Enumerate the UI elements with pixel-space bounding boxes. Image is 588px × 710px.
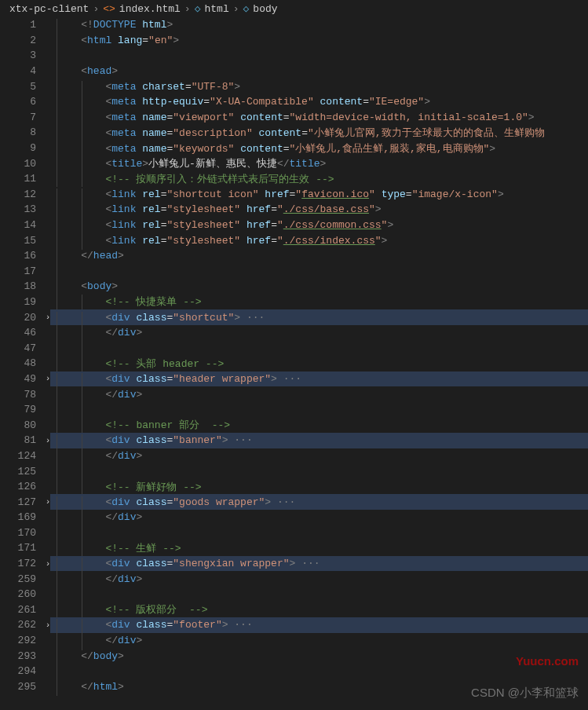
code-content[interactable]: <!-- 版权部分 -->	[53, 602, 588, 617]
code-content[interactable]: <!-- 按顺序引入：外链式样式表后写的生效 -->	[53, 172, 588, 186]
code-content[interactable]: <link rel="shortcut icon" href="favicon.…	[53, 188, 588, 200]
code-line[interactable]: 10 <title>小鲜兔儿-新鲜、惠民、快捷</title>	[0, 156, 588, 171]
code-line[interactable]: 81› <div class="banner"> ···	[0, 433, 588, 448]
code-content[interactable]: </div>	[53, 327, 588, 339]
code-content[interactable]: </div>	[53, 511, 588, 523]
code-content[interactable]: <div class="footer"> ···	[53, 619, 588, 631]
code-line[interactable]: 5 <meta charset="UTF-8">	[0, 79, 588, 94]
code-line[interactable]: 48 <!-- 头部 header -->	[0, 356, 588, 371]
code-line[interactable]: 124 </div>	[0, 448, 588, 464]
code-content[interactable]: <meta http-equiv="X-UA-Compatible" conte…	[53, 96, 588, 108]
code-line[interactable]: 261 <!-- 版权部分 -->	[0, 602, 588, 618]
code-content[interactable]: <!-- banner 部分 -->	[53, 418, 588, 432]
code-line[interactable]: 46 </div>	[0, 325, 588, 341]
code-line[interactable]: 78 </div>	[0, 386, 588, 402]
line-number: 12	[0, 188, 42, 200]
code-content[interactable]: <!-- 快捷菜单 -->	[53, 295, 588, 309]
code-content[interactable]: <link rel="stylesheet" href="./css/base.…	[53, 203, 588, 215]
code-content[interactable]: <meta name="keywords" content="小鲜兔儿,食品生鲜…	[53, 141, 588, 156]
code-line[interactable]: 262› <div class="footer"> ···	[0, 617, 588, 633]
code-content[interactable]: <meta charset="UTF-8">	[53, 81, 588, 93]
code-line[interactable]: 294	[0, 664, 588, 679]
code-line[interactable]: 127› <div class="goods wrapper"> ···	[0, 494, 588, 510]
code-content[interactable]: </div>	[53, 573, 588, 585]
code-line[interactable]: 171 <!-- 生鲜 -->	[0, 540, 588, 556]
code-content[interactable]: <link rel="stylesheet" href="./css/index…	[53, 235, 588, 247]
code-line[interactable]: 170	[0, 525, 588, 541]
code-content[interactable]	[53, 588, 588, 600]
chevron-right-icon: ›	[184, 3, 191, 15]
code-content[interactable]	[53, 49, 588, 61]
code-content[interactable]: <div class="goods wrapper"> ···	[53, 496, 588, 508]
code-content[interactable]: </div>	[53, 450, 588, 462]
code-content[interactable]: <!-- 生鲜 -->	[53, 541, 588, 555]
code-content[interactable]: <div class="banner"> ···	[53, 434, 588, 446]
line-number: 8	[0, 126, 42, 138]
line-number: 169	[0, 511, 42, 523]
code-content[interactable]: <div class="header wrapper"> ···	[53, 373, 588, 385]
code-editor[interactable]: 1 <!DOCTYPE html>2 <html lang="en">3 4 <…	[0, 17, 588, 694]
code-content[interactable]: <meta name="viewport" content="width=dev…	[53, 112, 588, 123]
code-line[interactable]: 169 </div>	[0, 510, 588, 525]
code-line[interactable]: 19 <!-- 快捷菜单 -->	[0, 295, 588, 310]
line-number: 19	[0, 296, 42, 308]
code-line[interactable]: 293 </body>	[0, 648, 588, 664]
code-content[interactable]	[53, 665, 588, 677]
crumb-file[interactable]: index.html	[119, 3, 181, 15]
code-line[interactable]: 80 <!-- banner 部分 -->	[0, 417, 588, 433]
crumb-html[interactable]: html	[205, 3, 229, 15]
code-line[interactable]: 14 <link rel="stylesheet" href="./css/co…	[0, 218, 588, 233]
code-line[interactable]: 18 <body>	[0, 279, 588, 295]
code-line[interactable]: 11 <!-- 按顺序引入：外链式样式表后写的生效 -->	[0, 171, 588, 187]
code-content[interactable]: </div>	[53, 389, 588, 401]
code-line[interactable]: 3	[0, 48, 588, 64]
code-line[interactable]: 6 <meta http-equiv="X-UA-Compatible" con…	[0, 94, 588, 110]
code-line[interactable]: 259 </div>	[0, 571, 588, 587]
code-content[interactable]: </body>	[53, 650, 588, 662]
code-line[interactable]: 20› <div class="shortcut"> ···	[0, 309, 588, 325]
code-line[interactable]: 16 </head>	[0, 248, 588, 264]
crumb-project[interactable]: xtx-pc-client	[9, 3, 89, 15]
code-content[interactable]: <meta name="description" content="小鲜兔儿官网…	[53, 126, 588, 140]
code-content[interactable]	[53, 527, 588, 539]
code-content[interactable]: <!-- 新鲜好物 -->	[53, 480, 588, 494]
line-number: 15	[0, 235, 42, 247]
code-line[interactable]: 292 </div>	[0, 633, 588, 649]
code-content[interactable]: <title>小鲜兔儿-新鲜、惠民、快捷</title>	[53, 156, 588, 170]
code-line[interactable]: 125	[0, 463, 588, 479]
code-line[interactable]: 2 <html lang="en">	[0, 33, 588, 49]
code-line[interactable]: 260	[0, 587, 588, 602]
code-line[interactable]: 172› <div class="shengxian wrapper"> ···	[0, 556, 588, 572]
code-line[interactable]: 7 <meta name="viewport" content="width=d…	[0, 110, 588, 126]
code-content[interactable]	[53, 265, 588, 277]
code-line[interactable]: 9 <meta name="keywords" content="小鲜兔儿,食品…	[0, 141, 588, 156]
code-content[interactable]: </head>	[53, 250, 588, 262]
line-number: 2	[0, 35, 42, 46]
crumb-body[interactable]: body	[253, 3, 277, 15]
code-line[interactable]: 12 <link rel="shortcut icon" href="favic…	[0, 187, 588, 203]
symbol-icon: ◇	[195, 2, 201, 15]
code-content[interactable]: <body>	[53, 280, 588, 292]
code-content[interactable]	[53, 342, 588, 354]
code-line[interactable]: 47	[0, 340, 588, 356]
code-line[interactable]: 49› <div class="header wrapper"> ···	[0, 371, 588, 387]
code-content[interactable]: <div class="shengxian wrapper"> ···	[53, 558, 588, 569]
code-content[interactable]: <!-- 头部 header -->	[53, 357, 588, 371]
code-content[interactable]	[53, 404, 588, 415]
code-content[interactable]: <!DOCTYPE html>	[53, 19, 588, 31]
code-line[interactable]: 126 <!-- 新鲜好物 -->	[0, 479, 588, 495]
code-content[interactable]: <html lang="en">	[53, 35, 588, 46]
code-content[interactable]: <head>	[53, 65, 588, 77]
code-line[interactable]: 79	[0, 402, 588, 418]
code-line[interactable]: 15 <link rel="stylesheet" href="./css/in…	[0, 232, 588, 248]
code-line[interactable]: 8 <meta name="description" content="小鲜兔儿…	[0, 125, 588, 141]
code-content[interactable]: </div>	[53, 635, 588, 646]
code-content[interactable]: <div class="shortcut"> ···	[53, 312, 588, 324]
code-line[interactable]: 13 <link rel="stylesheet" href="./css/ba…	[0, 202, 588, 218]
code-line[interactable]: 17	[0, 264, 588, 280]
code-content[interactable]: <link rel="stylesheet" href="./css/commo…	[53, 219, 588, 231]
code-line[interactable]: 1 <!DOCTYPE html>	[0, 17, 588, 33]
code-line[interactable]: 4 <head>	[0, 64, 588, 79]
breadcrumb[interactable]: xtx-pc-client › <> index.html › ◇ html ›…	[0, 0, 588, 17]
code-content[interactable]	[53, 466, 588, 478]
